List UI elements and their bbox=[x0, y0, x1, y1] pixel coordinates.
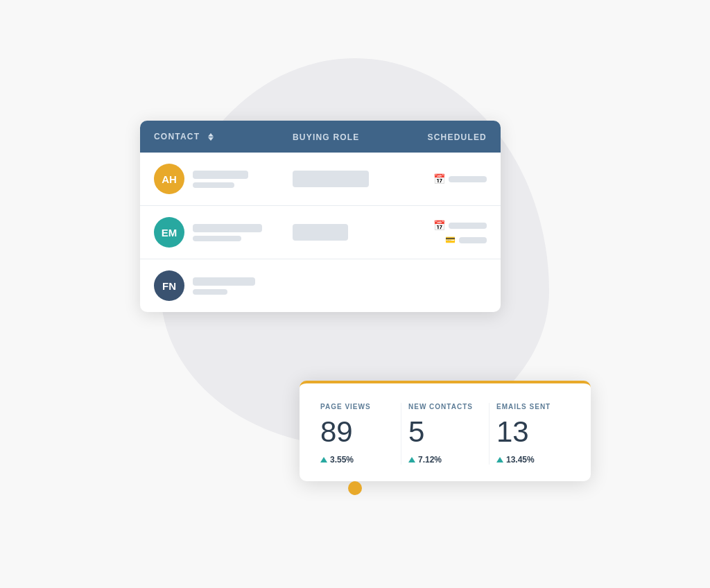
stat-new-contacts: NEW CONTACTS 5 7.12% bbox=[401, 403, 490, 465]
emails-sent-value: 13 bbox=[496, 417, 529, 447]
table-row: EM 📅 💳 bbox=[140, 206, 501, 259]
stat-emails-sent: EMAILS SENT 13 13.45% bbox=[490, 403, 570, 465]
emails-sent-label: EMAILS SENT bbox=[496, 403, 551, 410]
calendar-icon: 📅 bbox=[433, 220, 445, 231]
card-icon: 💳 bbox=[445, 235, 456, 245]
sched-item-1: 📅 bbox=[433, 173, 487, 184]
skeleton-sub bbox=[193, 289, 227, 295]
buying-role-header-label: BUYING ROLE bbox=[293, 132, 360, 142]
skeleton-name bbox=[193, 277, 255, 286]
new-contacts-value: 5 bbox=[408, 417, 424, 447]
dot-white bbox=[317, 471, 324, 478]
stats-card: PAGE VIEWS 89 3.55% NEW CONTACTS 5 7.12%… bbox=[300, 381, 591, 481]
page-views-change: 3.55% bbox=[320, 455, 354, 465]
col-contact-header: CONTACT bbox=[154, 132, 293, 141]
up-arrow-icon bbox=[496, 457, 503, 462]
stat-page-views: PAGE VIEWS 89 3.55% bbox=[320, 403, 401, 465]
col-buying-header: BUYING ROLE bbox=[293, 130, 410, 143]
page-views-label: PAGE VIEWS bbox=[320, 403, 371, 410]
avatar-ah: AH bbox=[154, 164, 184, 194]
sched-item-cal: 📅 bbox=[433, 220, 487, 231]
emails-sent-change: 13.45% bbox=[496, 455, 535, 465]
sched-bar-2 bbox=[459, 237, 487, 243]
dot-orange bbox=[348, 481, 362, 495]
contact-col-fn: FN bbox=[154, 270, 293, 301]
buying-col-em bbox=[293, 224, 410, 241]
table-row: FN bbox=[140, 259, 501, 312]
table-header: CONTACT BUYING ROLE SCHEDULED bbox=[140, 121, 501, 153]
sched-bar bbox=[449, 176, 487, 182]
table-row: AH 📅 bbox=[140, 153, 501, 206]
buying-col-ah bbox=[293, 171, 410, 187]
scheduled-col-ah: 📅 bbox=[410, 173, 487, 184]
skeleton-sub bbox=[193, 236, 241, 241]
up-arrow-icon bbox=[320, 457, 327, 462]
sched-item-card: 💳 bbox=[445, 235, 487, 245]
scheduled-col-em: 📅 💳 bbox=[410, 220, 487, 245]
page-views-value: 89 bbox=[320, 417, 353, 447]
buying-pill bbox=[293, 224, 348, 241]
avatar-em: EM bbox=[154, 217, 184, 248]
contact-info-ah bbox=[193, 171, 248, 188]
skeleton-name bbox=[193, 171, 248, 179]
sched-bar-1 bbox=[449, 223, 487, 229]
contact-info-fn bbox=[193, 277, 255, 295]
contact-header-label: CONTACT bbox=[154, 132, 200, 141]
new-contacts-label: NEW CONTACTS bbox=[408, 403, 473, 410]
col-scheduled-header: SCHEDULED bbox=[410, 130, 487, 143]
contact-info-em bbox=[193, 224, 262, 241]
skeleton-name bbox=[193, 224, 262, 232]
avatar-fn: FN bbox=[154, 270, 184, 301]
new-contacts-change: 7.12% bbox=[408, 455, 442, 465]
sort-icon[interactable] bbox=[208, 133, 214, 141]
skeleton-sub bbox=[193, 182, 234, 188]
scene: CONTACT BUYING ROLE SCHEDULED AH bbox=[112, 79, 598, 509]
up-arrow-icon bbox=[408, 457, 415, 462]
contact-col-ah: AH bbox=[154, 164, 293, 194]
buying-pill bbox=[293, 171, 369, 187]
contact-col-em: EM bbox=[154, 217, 293, 248]
contact-table-card: CONTACT BUYING ROLE SCHEDULED AH bbox=[140, 121, 501, 312]
scheduled-header-label: SCHEDULED bbox=[428, 132, 487, 142]
calendar-icon: 📅 bbox=[433, 173, 445, 184]
